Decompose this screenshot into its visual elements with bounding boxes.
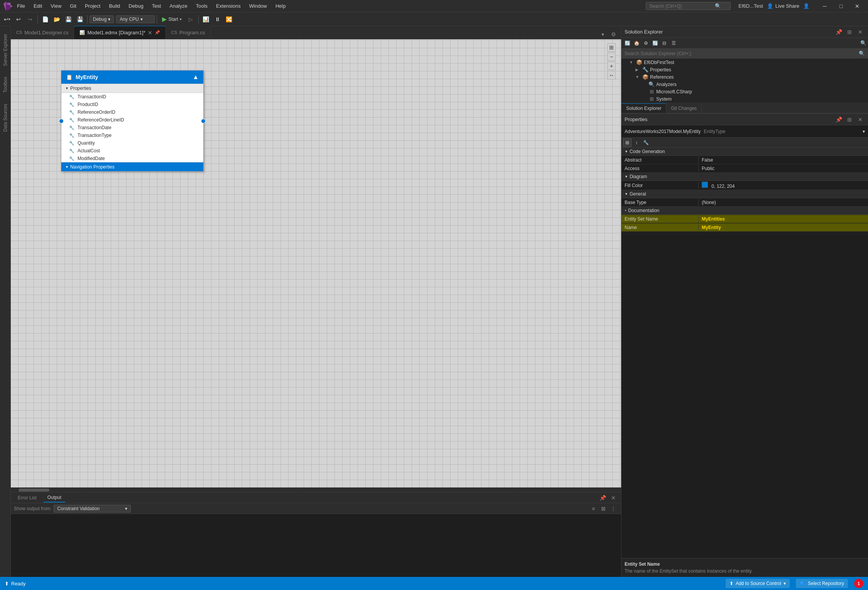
select-repository-btn[interactable]: 🔷 Select Repository bbox=[796, 579, 848, 588]
tree-item-properties[interactable]: ▶ 🔧 Properties bbox=[621, 66, 868, 73]
open-btn[interactable]: 📂 bbox=[51, 14, 62, 25]
entity-header[interactable]: 📋 MyEntity ▲ bbox=[61, 71, 203, 84]
prop-transactiontype[interactable]: 🔧 TransactionType bbox=[61, 131, 203, 139]
tab-model-edmx[interactable]: 📊 Model1.edmx [Diagram1]* ✕ 📌 bbox=[74, 26, 165, 39]
prop-quantity[interactable]: 🔧 Quantity bbox=[61, 139, 203, 147]
menu-help[interactable]: Help bbox=[272, 2, 290, 10]
prop-referenceorderlineid[interactable]: 🔧 ReferenceOrderLineID bbox=[61, 116, 203, 124]
menu-analyze[interactable]: Analyze bbox=[165, 2, 191, 10]
output-wrap-btn[interactable]: ≡ bbox=[589, 504, 598, 513]
prop-section-codegen[interactable]: ▼ Code Generation bbox=[621, 148, 868, 156]
output-more-btn[interactable]: ⋮ bbox=[609, 504, 618, 513]
prop-modifieddate[interactable]: 🔧 ModifiedDate bbox=[61, 155, 203, 162]
prop-float-btn[interactable]: ⊞ bbox=[845, 115, 854, 124]
menu-edit[interactable]: Edit bbox=[30, 2, 46, 10]
prop-section-general[interactable]: ▼ General bbox=[621, 190, 868, 198]
global-search-input[interactable] bbox=[649, 3, 715, 9]
menu-debug[interactable]: Debug bbox=[125, 2, 147, 10]
new-file-btn[interactable]: 📄 bbox=[40, 14, 51, 25]
undo-btn[interactable]: ↩ bbox=[13, 14, 24, 25]
minimize-button[interactable]: ─ bbox=[817, 1, 833, 12]
tab-model-designer[interactable]: CS Model1.Designer.cs bbox=[11, 26, 74, 39]
prop-row-access[interactable]: Access Public bbox=[621, 164, 868, 173]
menu-extensions[interactable]: Extensions bbox=[212, 2, 245, 10]
menu-view[interactable]: View bbox=[47, 2, 65, 10]
se-home-btn[interactable]: 🏠 bbox=[632, 39, 641, 47]
prop-pin-btn[interactable]: 📌 bbox=[834, 115, 843, 124]
se-search-btn-right[interactable]: 🔍 bbox=[860, 40, 866, 46]
prop-row-fillcolor[interactable]: Fill Color 0, 122, 204 bbox=[621, 181, 868, 190]
tree-item-references[interactable]: ▼ 📦 References bbox=[621, 73, 868, 81]
zoom-in-btn[interactable]: + bbox=[607, 62, 616, 70]
tab-error-list[interactable]: Error List bbox=[14, 494, 41, 502]
output-clear-btn[interactable]: ⊠ bbox=[599, 504, 608, 513]
tab-settings-btn[interactable]: ⚙ bbox=[609, 30, 618, 39]
nav-toolbar-btn[interactable]: 🔀 bbox=[224, 14, 235, 25]
prop-entity-dropdown[interactable]: ▾ bbox=[863, 129, 865, 134]
attach-btn[interactable]: ▷ bbox=[186, 14, 196, 25]
menu-tools[interactable]: Tools bbox=[192, 2, 211, 10]
prop-sort-btn[interactable]: ↕ bbox=[632, 138, 641, 147]
prop-transactiondate[interactable]: 🔧 TransactionDate bbox=[61, 124, 203, 131]
entity-collapse-btn[interactable]: ▲ bbox=[193, 74, 199, 81]
horizontal-scrollbar[interactable] bbox=[11, 487, 621, 492]
prop-row-name[interactable]: Name MyEntity bbox=[621, 223, 868, 232]
zoom-arrows-btn[interactable]: ↔ bbox=[607, 71, 616, 79]
menu-file[interactable]: File bbox=[13, 2, 29, 10]
se-collapse-btn[interactable]: ⊟ bbox=[660, 39, 669, 47]
prop-wrench-btn[interactable]: 🔧 bbox=[642, 138, 650, 147]
save-btn[interactable]: 💾 bbox=[63, 14, 74, 25]
output-source-dropdown[interactable]: Constraint Validation ▾ bbox=[54, 505, 131, 512]
cpu-config-dropdown[interactable]: Any CPU ▾ bbox=[116, 15, 155, 23]
prop-transactionid[interactable]: 🔧 TransactionID bbox=[61, 93, 203, 101]
tree-item-solution[interactable]: ▼ 📦 Ef6DbFirstTest bbox=[621, 59, 868, 66]
tab-program[interactable]: CS Program.cs bbox=[166, 26, 211, 39]
h-scroll-thumb[interactable] bbox=[19, 489, 49, 492]
sidebar-item-data-sources[interactable]: Data Sources bbox=[0, 99, 10, 137]
tree-item-system[interactable]: ⊞ System bbox=[621, 95, 868, 103]
menu-project[interactable]: Project bbox=[81, 2, 104, 10]
global-search[interactable]: 🔍 bbox=[646, 2, 731, 10]
prop-row-basetype[interactable]: Base Type (None) bbox=[621, 198, 868, 207]
menu-test[interactable]: Test bbox=[148, 2, 165, 10]
live-share[interactable]: 👤 Live Share 👤 bbox=[767, 3, 809, 9]
tab-list-btn[interactable]: ▾ bbox=[598, 30, 607, 39]
se-close-btn[interactable]: ✕ bbox=[856, 27, 865, 37]
se-search-input[interactable] bbox=[625, 51, 856, 56]
add-to-source-control-btn[interactable]: ⬆ Add to Source Control ▾ bbox=[726, 579, 790, 588]
prop-grid-btn[interactable]: ⊞ bbox=[623, 138, 632, 147]
redo-btn[interactable]: ↪ bbox=[25, 14, 35, 25]
start-button[interactable]: ▶ Start ▾ bbox=[159, 14, 184, 24]
menu-build[interactable]: Build bbox=[105, 2, 124, 10]
se-tab-git-changes[interactable]: Git Changes bbox=[666, 104, 702, 113]
diagram-canvas[interactable]: 📋 MyEntity ▲ ▼ Properties 🔧 TransactionI… bbox=[11, 39, 621, 487]
pin-icon[interactable]: 📌 bbox=[155, 30, 160, 35]
close-button[interactable]: ✕ bbox=[849, 1, 865, 12]
prop-close-btn[interactable]: ✕ bbox=[856, 115, 865, 124]
se-sync-btn[interactable]: 🔄 bbox=[623, 39, 632, 47]
tree-item-mscsharp[interactable]: ⊞ Microsoft.CSharp bbox=[621, 88, 868, 95]
prop-section-diagram[interactable]: ▼ Diagram bbox=[621, 173, 868, 181]
menu-git[interactable]: Git bbox=[66, 2, 80, 10]
prop-section-documentation[interactable]: + Documentation bbox=[621, 207, 868, 215]
diagnostics-btn[interactable]: 📊 bbox=[201, 14, 211, 25]
prop-productid[interactable]: 🔧 ProductID bbox=[61, 101, 203, 108]
sidebar-item-server-explorer[interactable]: Server Explorer bbox=[0, 29, 10, 71]
resize-handle-left[interactable] bbox=[59, 119, 64, 123]
se-props-btn[interactable]: ⚙ bbox=[642, 39, 650, 47]
save-all-btn[interactable]: 💾 bbox=[74, 14, 85, 25]
zoom-out-btn[interactable]: − bbox=[607, 52, 616, 61]
prop-actualcost[interactable]: 🔧 ActualCost bbox=[61, 147, 203, 155]
resize-handle-right[interactable] bbox=[201, 119, 206, 123]
maximize-button[interactable]: □ bbox=[833, 1, 849, 12]
se-pin-btn[interactable]: 📌 bbox=[834, 27, 843, 37]
zoom-fit-btn[interactable]: ⊞ bbox=[607, 43, 616, 52]
tab-output[interactable]: Output bbox=[44, 493, 65, 502]
navigation-section[interactable]: ▼ Navigation Properties bbox=[61, 162, 203, 171]
tree-item-analyzers[interactable]: 🔍 Analyzers bbox=[621, 81, 868, 88]
color-swatch[interactable] bbox=[702, 182, 708, 188]
menu-window[interactable]: Window bbox=[245, 2, 271, 10]
se-filter-btn[interactable]: ☰ bbox=[669, 39, 678, 47]
breakpoints-btn[interactable]: ⏸ bbox=[212, 14, 223, 25]
output-pin-btn[interactable]: 📌 bbox=[598, 493, 607, 502]
